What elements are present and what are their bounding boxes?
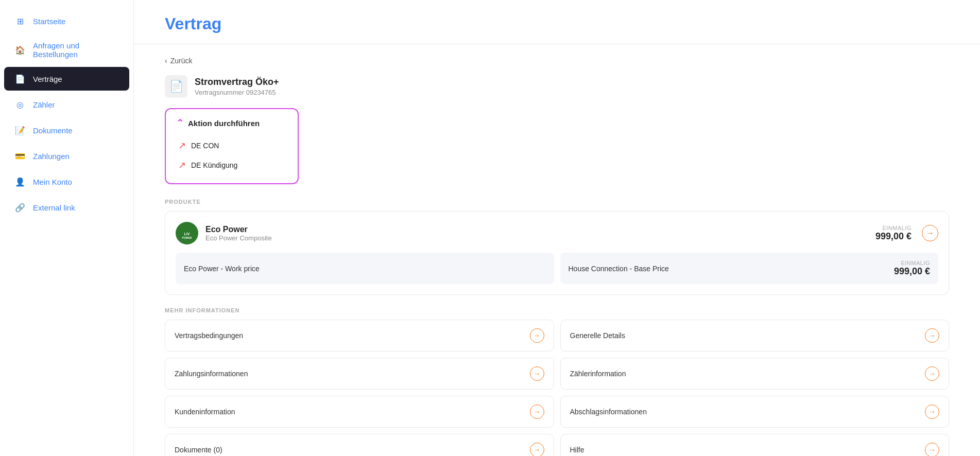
product-logo: LIV POWER (176, 222, 198, 244)
product-info: LIV POWER Eco Power Eco Power Composite (176, 222, 272, 244)
sidebar-label-dokumente: Dokumente (33, 126, 73, 135)
info-card-label-dokumente: Dokumente (0) (175, 446, 222, 454)
sidebar-item-anfragen[interactable]: 🏠 Anfragen und Bestellungen (4, 35, 129, 65)
sidebar-item-mein-konto[interactable]: 👤 Mein Konto (4, 170, 129, 194)
sidebar-icon-dokumente: 📝 (14, 125, 26, 136)
eco-power-logo-svg: LIV POWER (178, 224, 196, 242)
info-card-label-zaehlerinformation: Zählerinformation (570, 370, 626, 378)
sidebar-label-zaehler: Zähler (33, 100, 55, 109)
info-card-zahlungsinformationen[interactable]: Zahlungsinformationen → (165, 358, 554, 390)
info-arrow-zahlungsinformationen[interactable]: → (530, 366, 544, 381)
sidebar-icon-vertraege: 📄 (14, 73, 26, 84)
sidebar-item-zahlungen[interactable]: 💳 Zahlungen (4, 144, 129, 168)
info-arrow-generelle-details[interactable]: → (925, 328, 939, 343)
info-arrow-abschlagsinformationen[interactable]: → (925, 405, 939, 419)
contract-icon: 📄 (165, 75, 187, 98)
action-box: ⌃ Aktion durchführen ↗︎ DE CON ↗︎ DE Kün… (165, 108, 299, 184)
chevron-left-icon: ‹ (165, 57, 167, 65)
sub-card-label-0: Eco Power - Work price (184, 265, 260, 273)
svg-text:LIV: LIV (184, 232, 190, 236)
sidebar-icon-mein-konto: 👤 (14, 176, 26, 187)
product-price-value: 999,00 € (875, 231, 912, 242)
sidebar-icon-zaehler: ◎ (14, 99, 26, 110)
sidebar-icon-zahlungen: 💳 (14, 150, 26, 162)
product-price-area: EINMALIG 999,00 € (875, 225, 912, 242)
info-arrow-zaehlerinformation[interactable]: → (925, 366, 939, 381)
product-arrow-btn[interactable]: → (922, 225, 938, 241)
content-area: ‹ Zurück 📄 Stromvertrag Öko+ Vertragsnum… (134, 44, 980, 456)
external-link-icon-de-kuendigung: ↗︎ (178, 160, 186, 171)
product-price-label: EINMALIG (875, 225, 912, 231)
page-header: Vertrag (134, 0, 980, 44)
info-card-label-hilfe: Hilfe (570, 446, 584, 454)
mehr-informationen-section: MEHR INFORMATIONEN Vertragsbedingungen →… (165, 307, 949, 456)
sub-card-price-label-1: EINMALIG (894, 260, 930, 266)
contract-info: Stromvertrag Öko+ Vertragsnummer 0923476… (195, 77, 279, 96)
sidebar-item-vertraege[interactable]: 📄 Verträge (4, 67, 129, 91)
sidebar-label-vertraege: Verträge (33, 75, 62, 83)
action-box-header: ⌃ Aktion durchführen (176, 117, 287, 129)
product-card: LIV POWER Eco Power Eco Power Composite … (165, 211, 949, 295)
info-card-label-zahlungsinformationen: Zahlungsinformationen (175, 370, 248, 378)
contract-title: Stromvertrag Öko+ (195, 77, 279, 87)
info-card-generelle-details[interactable]: Generelle Details → (560, 320, 950, 352)
info-card-vertragsbedingungen[interactable]: Vertragsbedingungen → (165, 320, 554, 352)
info-card-label-vertragsbedingungen: Vertragsbedingungen (175, 331, 243, 340)
product-sub-card-0: Eco Power - Work price (176, 253, 554, 284)
produkte-section-label: PRODUKTE (165, 199, 949, 205)
product-sub-card-1: House Connection - Base Price EINMALIG 9… (560, 253, 939, 284)
info-card-label-abschlagsinformationen: Abschlagsinformationen (570, 408, 647, 416)
sidebar-item-dokumente[interactable]: 📝 Dokumente (4, 118, 129, 142)
external-link-icon-de-con: ↗︎ (178, 140, 186, 151)
info-arrow-dokumente[interactable]: → (530, 443, 544, 456)
sub-card-price-value-1: 999,00 € (894, 266, 930, 277)
back-link[interactable]: ‹ Zurück (165, 57, 949, 65)
action-de-kuendigung[interactable]: ↗︎ DE Kündigung (176, 155, 287, 175)
info-grid: Vertragsbedingungen → Generelle Details … (165, 320, 949, 456)
info-card-abschlagsinformationen[interactable]: Abschlagsinformationen → (560, 396, 950, 428)
sub-card-label-1: House Connection - Base Price (569, 265, 669, 273)
sidebar-icon-external-link: 🔗 (14, 202, 26, 213)
product-top-right: EINMALIG 999,00 € → (875, 225, 938, 242)
product-card-top: LIV POWER Eco Power Eco Power Composite … (176, 222, 938, 244)
product-name: Eco Power (205, 225, 272, 234)
info-card-kundeninformation[interactable]: Kundeninformation → (165, 396, 554, 428)
sidebar-item-startseite[interactable]: ⊞ Startseite (4, 9, 129, 33)
sidebar-label-startseite: Startseite (33, 17, 65, 26)
sub-card-price-1: EINMALIG 999,00 € (894, 260, 930, 277)
action-de-con-label: DE CON (191, 142, 219, 150)
mehr-section-label: MEHR INFORMATIONEN (165, 307, 949, 313)
chevron-up-icon: ⌃ (176, 117, 184, 129)
main-content: Vertrag ‹ Zurück 📄 Stromvertrag Öko+ Ver… (134, 0, 980, 456)
sidebar-label-anfragen: Anfragen und Bestellungen (33, 41, 119, 59)
contract-header: 📄 Stromvertrag Öko+ Vertragsnummer 09234… (165, 75, 949, 98)
info-arrow-hilfe[interactable]: → (925, 443, 939, 456)
product-card-bottom: Eco Power - Work price House Connection … (176, 253, 938, 284)
action-de-con[interactable]: ↗︎ DE CON (176, 136, 287, 155)
page-title: Vertrag (165, 14, 949, 33)
action-de-kuendigung-label: DE Kündigung (191, 161, 237, 169)
sidebar-item-zaehler[interactable]: ◎ Zähler (4, 93, 129, 116)
sidebar-label-mein-konto: Mein Konto (33, 178, 72, 186)
sidebar-icon-anfragen: 🏠 (14, 44, 26, 56)
svg-text:POWER: POWER (182, 236, 192, 239)
info-card-hilfe[interactable]: Hilfe → (560, 434, 950, 456)
sidebar-label-external-link: External link (33, 203, 75, 212)
info-card-zaehlerinformation[interactable]: Zählerinformation → (560, 358, 950, 390)
info-card-dokumente[interactable]: Dokumente (0) → (165, 434, 554, 456)
contract-subtitle: Vertragsnummer 09234765 (195, 89, 279, 96)
product-sub: Eco Power Composite (205, 234, 272, 242)
info-card-label-generelle-details: Generelle Details (570, 331, 625, 340)
sidebar: ⊞ Startseite 🏠 Anfragen und Bestellungen… (0, 0, 134, 456)
info-arrow-vertragsbedingungen[interactable]: → (530, 328, 544, 343)
info-arrow-kundeninformation[interactable]: → (530, 405, 544, 419)
sidebar-item-external-link[interactable]: 🔗 External link (4, 196, 129, 219)
info-card-label-kundeninformation: Kundeninformation (175, 408, 235, 416)
sidebar-label-zahlungen: Zahlungen (33, 152, 70, 161)
product-name-area: Eco Power Eco Power Composite (205, 225, 272, 242)
action-box-title: Aktion durchführen (188, 119, 260, 128)
sidebar-icon-startseite: ⊞ (14, 15, 26, 27)
back-label: Zurück (170, 57, 193, 65)
